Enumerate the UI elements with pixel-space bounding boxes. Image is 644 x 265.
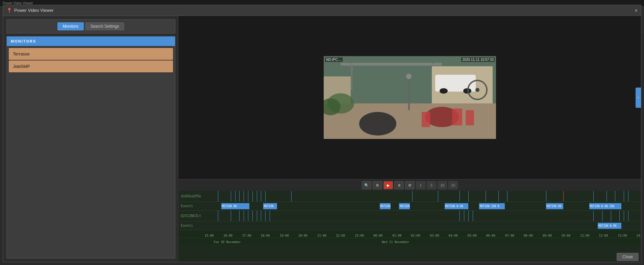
event-block[interactable]: MOTION ON — [546, 203, 563, 209]
event-block[interactable]: MOTION ION N — [479, 203, 505, 209]
event-block-t2[interactable]: MOTION N ON — [598, 223, 621, 229]
svg-point-16 — [475, 88, 479, 92]
svg-point-13 — [440, 88, 448, 94]
play-button[interactable]: ▶ — [383, 181, 393, 189]
time-label-0000: 00:00 — [373, 234, 382, 237]
timeline-track1-row: d1OUSaGP5k — [179, 191, 641, 202]
close-button[interactable]: Close — [617, 253, 639, 261]
svg-rect-8 — [452, 109, 462, 125]
track1-events-label: Events — [179, 204, 209, 208]
zoom-icon: 🔍 — [364, 183, 369, 188]
time-label-1400: 14:00 — [636, 234, 641, 237]
track2-events-label: Events — [179, 224, 209, 227]
svg-rect-1 — [341, 63, 442, 66]
pause-button[interactable]: ⏸ — [394, 181, 404, 189]
main-window: 📍 Power Video Viewer × Monitors Search S… — [3, 5, 641, 262]
timestamp-overlay: 2020-11-11 10:57:33 — [461, 57, 495, 62]
monitors-tab[interactable]: Monitors — [57, 22, 84, 30]
time-label-1900: 19:00 — [280, 234, 289, 237]
monitors-header: MONITORS — [7, 37, 175, 46]
time-label-0700: 07:00 — [505, 234, 514, 237]
time-label-2200: 22:00 — [336, 234, 345, 237]
event-block[interactable]: MOTION ON — [221, 203, 249, 209]
date-label-tue: Tue 10 November — [214, 240, 241, 244]
track1-events-track[interactable]: MOTION ON MOTION MOTION MOTION MOTION N … — [209, 202, 641, 210]
speed-1x-button[interactable]: 1 — [416, 181, 425, 189]
camera-feed-svg — [324, 56, 496, 139]
camera-name-overlay: ND-IPC-... — [325, 57, 343, 62]
speed-10x-button[interactable]: 10 — [438, 181, 447, 189]
date-label-row: Tue 10 November Wed 11 November — [179, 238, 641, 244]
svg-point-18 — [406, 74, 412, 79]
search-settings-tab[interactable]: Search Settings — [85, 22, 125, 30]
time-label-0600: 06:00 — [486, 234, 495, 237]
gear-icon-2: ⚙ — [408, 183, 412, 188]
time-ruler: 15:00 16:00 17:00 18:00 19:00 20:00 21:0… — [179, 230, 641, 238]
timeline-track2-row: Q2X1INUZLt — [179, 211, 641, 221]
time-label-0800: 08:00 — [524, 234, 533, 237]
window-close-button[interactable]: × — [635, 8, 638, 13]
event-block[interactable]: MOTION — [263, 203, 277, 209]
settings-button-2[interactable]: ⚙ — [405, 181, 415, 189]
time-label-1000: 10:00 — [561, 234, 570, 237]
timeline-area: d1OUSaGP5k — [179, 191, 641, 262]
event-block[interactable]: MOTION N ON — [445, 203, 468, 209]
left-panel: Monitors Search Settings MONITORS Terras… — [3, 16, 179, 262]
right-panel: ND-IPC-... 2020-11-11 10:57:33 › 🔍 ⚙ ▶ — [179, 16, 641, 262]
play-icon: ▶ — [387, 183, 390, 188]
time-label-1700: 17:00 — [242, 234, 251, 237]
speed-5x-button[interactable]: 5 — [427, 181, 436, 189]
event-block[interactable]: MOTION — [399, 203, 410, 209]
monitors-section: MONITORS Terrasse Jide5MP — [6, 36, 175, 259]
time-label-1600: 16:00 — [223, 234, 232, 237]
svg-point-11 — [359, 112, 396, 136]
gear-icon-1: ⚙ — [376, 183, 379, 188]
video-area: ND-IPC-... 2020-11-11 10:57:33 › — [179, 16, 641, 179]
svg-rect-2 — [351, 63, 353, 90]
time-label-0900: 09:00 — [543, 234, 552, 237]
svg-rect-17 — [408, 76, 410, 110]
window-title-bar: 📍 Power Video Viewer × — [3, 5, 641, 16]
zoom-out-button[interactable]: 🔍 — [362, 181, 371, 189]
time-label-1800: 18:00 — [261, 234, 270, 237]
monitor-item-jide5mp[interactable]: Jide5MP — [9, 61, 173, 72]
time-label-2100: 21:00 — [317, 234, 326, 237]
track1-track[interactable] — [209, 191, 641, 201]
track1-events-row: Events MOTION ON MOTION MOTION MOTION MO… — [179, 202, 641, 211]
edge-arrow-icon: › — [638, 96, 639, 99]
svg-rect-9 — [466, 110, 474, 125]
monitors-list: Terrasse Jide5MP — [7, 46, 175, 74]
time-label-2000: 20:00 — [298, 234, 307, 237]
track2-track[interactable] — [209, 211, 641, 221]
pause-icon: ⏸ — [397, 183, 401, 187]
time-label-0300: 03:00 — [430, 234, 439, 237]
window-content: Monitors Search Settings MONITORS Terras… — [3, 16, 641, 262]
time-label-0400: 04:00 — [449, 234, 458, 237]
speed-15x-button[interactable]: 15 — [448, 181, 458, 189]
time-label-0500: 05:00 — [468, 234, 477, 237]
monitor-item-terrasse[interactable]: Terrasse — [9, 48, 173, 60]
app-title: Power Video Viewer — [14, 8, 54, 13]
time-label-1500: 15:00 — [204, 234, 214, 237]
settings-button-1[interactable]: ⚙ — [373, 181, 382, 189]
tab-bar: Monitors Search Settings — [6, 19, 175, 33]
date-label-spacer — [179, 238, 209, 244]
camera-scene — [324, 56, 496, 139]
time-label-1300: 13:00 — [618, 234, 627, 237]
event-block[interactable]: MOTION — [380, 203, 391, 209]
track2-events-row: Events MOTION N ON — [179, 221, 641, 230]
svg-rect-10 — [422, 112, 430, 127]
time-label-0200: 02:00 — [411, 234, 420, 237]
video-controls: 🔍 ⚙ ▶ ⏸ ⚙ 1 5 10 15 — [179, 179, 641, 191]
track2-label: Q2X1INUZLt — [179, 214, 209, 218]
event-block[interactable]: MOTION N ON ION — [589, 203, 622, 209]
svg-point-14 — [463, 88, 471, 94]
edge-expand-button[interactable]: › — [636, 88, 641, 108]
time-label-1200: 12:00 — [599, 234, 608, 237]
date-labels-track: Tue 10 November Wed 11 November — [209, 238, 641, 244]
window-title: 📍 Power Video Viewer — [6, 8, 54, 13]
track1-label: d1OUSaGP5k — [179, 194, 209, 198]
location-icon: 📍 — [6, 8, 12, 13]
track2-events-track[interactable]: MOTION N ON — [209, 221, 641, 230]
time-label-2300: 23:00 — [355, 234, 364, 237]
